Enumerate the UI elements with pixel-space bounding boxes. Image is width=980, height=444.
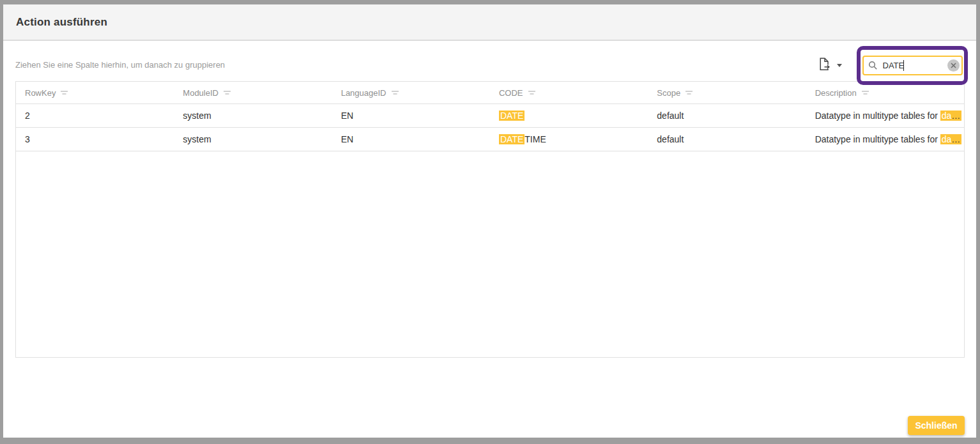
cell-scope: default [648, 134, 806, 144]
column-header-rowkey[interactable]: RowKey [16, 82, 174, 103]
cell-description: Datatype in multitype tables for da… [806, 134, 964, 144]
column-header-moduleid[interactable]: ModuleID [174, 82, 332, 103]
search-icon [868, 61, 878, 73]
dialog-content: Ziehen Sie eine Spalte hierhin, um danac… [3, 41, 976, 438]
table-row[interactable]: 3 system EN DATETIME default Datatype in… [16, 128, 964, 151]
highlight-text: da [942, 134, 952, 144]
table-row[interactable]: 2 system EN DATE default Datatype in mul… [16, 104, 964, 128]
header-filter-icon[interactable] [685, 88, 693, 98]
export-icon [818, 57, 830, 73]
column-header-languageid[interactable]: LanguageID [332, 82, 490, 103]
cell-description-text: Datatype in multitype tables for [815, 111, 940, 121]
dialog-window: Action ausführen Ziehen Sie eine Spalte … [0, 0, 980, 444]
group-panel-drop-area: Ziehen Sie eine Spalte hierhin, um danac… [15, 60, 225, 70]
chevron-down-icon [837, 64, 842, 67]
truncation-ellipsis: … [951, 111, 960, 121]
column-header-label: ModuleID [183, 88, 218, 98]
column-header-label: Description [815, 88, 857, 98]
column-header-label: CODE [499, 88, 523, 98]
cell-rowkey: 2 [16, 111, 174, 121]
cell-moduleid: system [174, 134, 332, 144]
column-header-label: Scope [657, 88, 680, 98]
search-annotation-highlight [857, 46, 968, 85]
search-highlight: da… [940, 111, 962, 121]
highlight-text: da [942, 111, 952, 121]
cell-description: Datatype in multitype tables for da… [806, 111, 964, 121]
header-filter-icon[interactable] [60, 88, 68, 98]
column-header-label: RowKey [25, 88, 56, 98]
cell-rowkey: 3 [16, 134, 174, 144]
cell-scope: default [648, 111, 806, 121]
cell-code: DATETIME [490, 134, 648, 144]
data-grid: RowKey ModuleID LanguageID [15, 81, 965, 358]
grid-header-row: RowKey ModuleID LanguageID [16, 82, 964, 104]
column-header-description[interactable]: Description [806, 82, 964, 103]
header-filter-icon[interactable] [861, 88, 869, 98]
truncation-ellipsis: … [951, 134, 960, 144]
dialog-titlebar: Action ausführen [3, 4, 976, 41]
header-filter-icon[interactable] [391, 88, 399, 98]
search-highlight: DATE [499, 111, 524, 121]
close-dialog-button[interactable]: Schließen [908, 416, 965, 435]
header-filter-icon[interactable] [528, 88, 536, 98]
cell-code: DATE [490, 111, 648, 121]
cell-code-rest: TIME [524, 134, 546, 144]
cell-description-text: Datatype in multitype tables for [815, 134, 940, 144]
column-header-scope[interactable]: Scope [648, 82, 806, 103]
column-header-code[interactable]: CODE [490, 82, 648, 103]
search-highlight: DATE [499, 134, 524, 144]
export-button[interactable] [818, 57, 842, 73]
clear-search-button[interactable] [947, 59, 960, 72]
column-header-label: LanguageID [341, 88, 387, 98]
cell-languageid: EN [332, 134, 490, 144]
text-cursor [903, 60, 904, 71]
cell-languageid: EN [332, 111, 490, 121]
header-filter-icon[interactable] [223, 88, 231, 98]
cell-moduleid: system [174, 111, 332, 121]
dialog-title: Action ausführen [16, 16, 107, 29]
search-highlight: da… [940, 134, 962, 144]
close-icon [950, 62, 957, 69]
search-panel [862, 56, 963, 75]
